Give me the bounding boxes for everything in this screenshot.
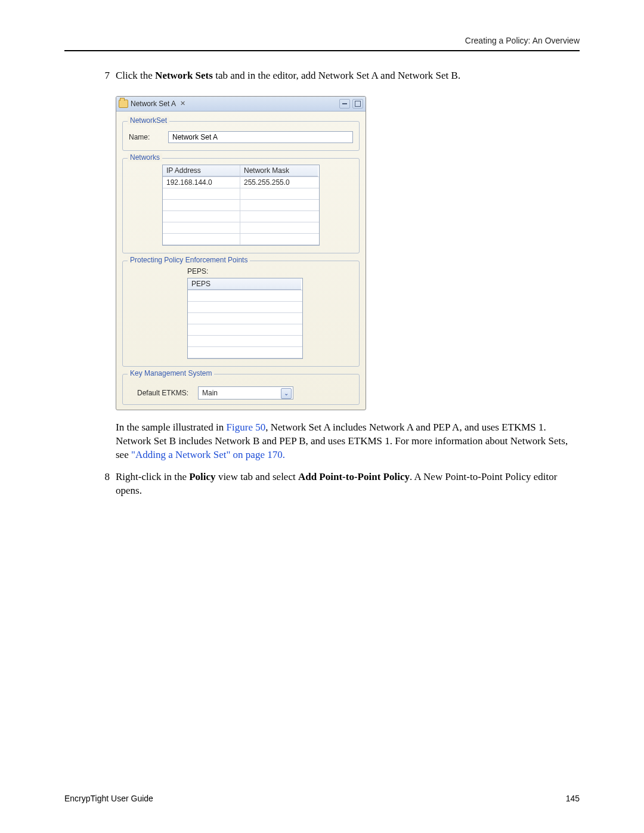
step-8-mid: view tab and select [216,471,298,482]
cell-mask [240,211,318,222]
cell-peps [188,336,301,346]
step-8-prefix: Right-click in the [116,471,189,482]
networkset-legend: NetworkSet [128,116,169,125]
sample-paragraph: In the sample illustrated in Figure 50, … [116,421,580,462]
peps-grid[interactable]: PEPS [187,278,303,359]
footer-left: EncrypTight User Guide [64,794,153,803]
link-adding-network-set[interactable]: "Adding a Network Set" on page 170. [131,449,285,460]
col-ip-header: IP Address [163,165,240,176]
cell-peps [188,324,301,335]
table-row[interactable] [163,200,319,211]
default-etkms-label: Default ETKMS: [129,389,188,397]
step-7-bold: Network Sets [155,70,213,81]
cell-ip [163,234,240,244]
step-8-text: Right-click in the Policy view tab and s… [116,470,580,498]
cell-peps [188,347,301,358]
table-row[interactable] [188,324,302,336]
networks-legend: Networks [128,153,162,162]
tab-close-icon[interactable]: ✕ [178,100,187,108]
table-row[interactable] [188,347,302,358]
cell-mask [240,222,318,233]
running-head: Creating a Policy: An Overview [64,36,580,45]
default-etkms-value: Main [202,389,218,397]
maximize-icon[interactable] [352,99,363,109]
step-marker-7: 7 [93,69,110,83]
header-rule [64,50,580,51]
table-row[interactable] [163,222,319,234]
cell-peps [188,313,301,324]
cell-mask [240,234,318,244]
cell-peps [188,290,301,301]
step-marker-8: 8 [93,470,110,498]
networks-group: Networks IP Address Network Mask 192.168… [122,158,360,253]
networks-grid[interactable]: IP Address Network Mask 192.168.144.0 25… [162,165,320,246]
peps-group: Protecting Policy Enforcement Points PEP… [122,261,360,367]
minimize-icon[interactable] [339,99,350,109]
cell-mask: 255.255.255.0 [240,177,318,188]
default-etkms-select[interactable]: Main ⌄ [198,386,293,400]
peps-legend: Protecting Policy Enforcement Points [128,256,250,264]
table-row[interactable] [188,302,302,313]
table-row[interactable] [188,313,302,324]
cell-mask [240,188,318,199]
name-label: Name: [129,133,162,141]
step-7-suffix: tab and in the editor, add Network Set A… [213,70,460,81]
editor-titlebar: Network Set A ✕ [116,97,366,112]
networkset-group: NetworkSet Name: [122,121,360,151]
networkset-editor-window: Network Set A ✕ NetworkSet Name: Network… [116,96,366,410]
cell-ip [163,188,240,199]
cell-ip: 192.168.144.0 [163,177,240,188]
cell-ip [163,200,240,210]
kms-legend: Key Management System [128,369,214,377]
col-mask-header: Network Mask [240,165,318,176]
cell-peps [188,302,301,312]
table-row[interactable] [188,336,302,347]
step-7-prefix: Click the [116,70,155,81]
table-row[interactable] [163,211,319,222]
step-7-text: Click the Network Sets tab and in the ed… [116,69,580,83]
table-row[interactable] [188,290,302,302]
folder-icon [119,100,128,108]
page-number: 145 [566,794,580,803]
kms-group: Key Management System Default ETKMS: Mai… [122,374,360,405]
step-8-bold2: Add Point-to-Point Policy [298,471,410,482]
cell-ip [163,222,240,233]
link-figure-50[interactable]: Figure 50 [227,422,266,433]
table-row[interactable] [163,188,319,200]
step-8-bold1: Policy [189,471,215,482]
peps-label: PEPS: [187,267,353,275]
table-row[interactable]: 192.168.144.0 255.255.255.0 [163,177,319,188]
cell-ip [163,211,240,222]
tab-title[interactable]: Network Set A [131,100,176,108]
chevron-down-icon[interactable]: ⌄ [281,388,292,399]
cell-mask [240,200,318,210]
col-peps-header: PEPS [188,278,301,290]
table-row[interactable] [163,234,319,245]
para-prefix: In the sample illustrated in [116,422,227,433]
name-input[interactable] [168,131,353,143]
